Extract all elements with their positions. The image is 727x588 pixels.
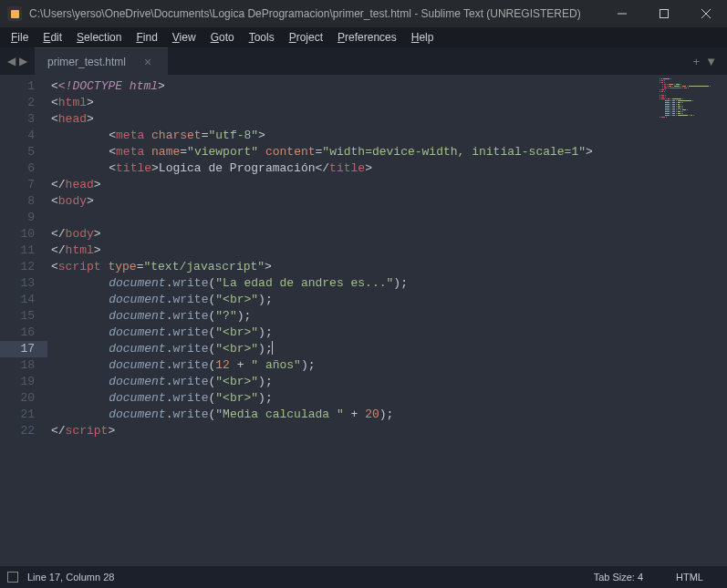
line-number[interactable]: 9 [0, 210, 47, 226]
code-line[interactable]: document.write("<br>"); [47, 374, 654, 390]
menu-edit[interactable]: Edit [36, 29, 69, 46]
cursor-position[interactable]: Line 17, Column 28 [27, 572, 114, 583]
line-number[interactable]: 15 [0, 308, 47, 325]
line-number[interactable]: 8 [0, 193, 47, 210]
line-number[interactable]: 17 [0, 341, 47, 357]
code-line[interactable]: <meta name="viewport" content="width=dev… [47, 144, 654, 160]
minimap-stroke [676, 104, 677, 105]
minimap-stroke [682, 109, 686, 110]
minimize-button[interactable] [601, 0, 643, 27]
minimap-stroke [682, 88, 683, 88]
minimap-stroke [663, 78, 670, 79]
minimap-stroke [659, 95, 660, 96]
window-title: C:\Users\yerso\OneDrive\Documents\Logica… [29, 7, 581, 20]
titlebar[interactable]: C:\Users\yerso\OneDrive\Documents\Logica… [0, 0, 727, 27]
line-number[interactable]: 20 [0, 390, 47, 407]
line-number[interactable]: 13 [0, 275, 47, 292]
line-number[interactable]: 11 [0, 242, 47, 259]
minimap-stroke [684, 88, 687, 88]
menu-find[interactable]: Find [129, 29, 164, 46]
minimap-stroke [659, 117, 660, 118]
panel-switch-icon[interactable] [7, 572, 18, 583]
menu-project[interactable]: Project [282, 29, 330, 46]
minimap-stroke [681, 106, 682, 107]
minimap-stroke [689, 115, 691, 116]
close-button[interactable] [685, 0, 727, 27]
code-line[interactable]: <meta charset="utf-8"> [47, 128, 654, 144]
tab-close-button[interactable]: × [144, 55, 151, 69]
menu-selection[interactable]: Selection [69, 29, 129, 46]
menu-view[interactable]: View [165, 29, 203, 46]
line-number[interactable]: 18 [0, 357, 47, 374]
code-line[interactable]: </script> [47, 423, 654, 439]
minimap-stroke [676, 113, 677, 114]
code-line[interactable]: document.write("Media calculada " + 20); [47, 407, 654, 423]
code-line[interactable]: document.write(12 + " años"); [47, 357, 654, 374]
code-line[interactable]: <html> [47, 95, 654, 111]
code-line[interactable]: document.write("?"); [47, 308, 654, 325]
code-line[interactable]: document.write("<br>"); [47, 390, 654, 407]
code-line[interactable]: <title>Logica de Programación</title> [47, 160, 654, 177]
minimap-stroke [680, 84, 681, 85]
minimap-stroke [667, 86, 668, 87]
line-number[interactable]: 3 [0, 111, 47, 128]
gutter[interactable]: 12345678910111213141516171819202122 [0, 75, 47, 566]
forward-button[interactable]: ▶ [17, 55, 29, 67]
minimap-stroke [669, 84, 672, 85]
line-number[interactable]: 4 [0, 128, 47, 144]
line-number[interactable]: 21 [0, 407, 47, 423]
minimap-stroke [665, 89, 666, 90]
code-line[interactable]: </html> [47, 242, 654, 259]
line-number[interactable]: 12 [0, 259, 47, 275]
menu-file[interactable]: File [4, 29, 36, 46]
minimap-stroke [661, 98, 665, 99]
line-number[interactable]: 10 [0, 226, 47, 242]
statusbar: Line 17, Column 28 Tab Size: 4 HTML [0, 566, 727, 588]
menu-tools[interactable]: Tools [242, 29, 282, 46]
minimap-stroke [678, 111, 681, 112]
line-number[interactable]: 6 [0, 160, 47, 177]
line-number[interactable]: 2 [0, 95, 47, 111]
minimap-stroke [665, 106, 670, 107]
minimap-stroke [678, 100, 691, 101]
maximize-button[interactable] [643, 0, 685, 27]
minimap-stroke [678, 104, 680, 105]
tab-primer-test[interactable]: primer_test.html × [35, 47, 168, 75]
line-number[interactable]: 14 [0, 292, 47, 308]
code-line[interactable]: <script type="text/javascript"> [47, 259, 654, 275]
code-line[interactable]: </body> [47, 226, 654, 242]
minimap[interactable] [654, 75, 727, 566]
code-line[interactable]: document.write("<br>"); [47, 325, 654, 341]
tab-size[interactable]: Tab Size: 4 [577, 572, 659, 583]
minimap-stroke [664, 86, 666, 87]
new-tab-button[interactable]: + [691, 55, 703, 68]
code-line[interactable]: <head> [47, 111, 654, 128]
code-line[interactable]: document.write("<br>"); [47, 292, 654, 308]
syntax-mode[interactable]: HTML [659, 572, 720, 583]
tabbar: ◀ ▶ primer_test.html × + ▼ [0, 47, 727, 75]
code-line[interactable]: <<!DOCTYPE html> [47, 78, 654, 95]
line-number[interactable]: 1 [0, 78, 47, 95]
minimap-stroke [692, 100, 693, 101]
code-line[interactable]: </head> [47, 177, 654, 193]
tab-menu-button[interactable]: ▼ [702, 55, 720, 68]
code-line[interactable]: document.write("<br>"); [47, 341, 654, 357]
line-number[interactable]: 19 [0, 374, 47, 390]
minimap-stroke [687, 86, 688, 87]
line-number[interactable]: 5 [0, 144, 47, 160]
minimap-stroke [665, 115, 670, 116]
minimap-stroke [666, 117, 667, 118]
line-number[interactable]: 16 [0, 325, 47, 341]
code-line[interactable]: <body> [47, 193, 654, 210]
code-line[interactable] [47, 210, 654, 226]
minimap-stroke [678, 115, 688, 116]
menu-goto[interactable]: Goto [203, 29, 242, 46]
minimap-stroke [670, 102, 671, 103]
line-number[interactable]: 22 [0, 423, 47, 439]
menu-help[interactable]: Help [404, 29, 441, 46]
line-number[interactable]: 7 [0, 177, 47, 193]
code-area[interactable]: <<!DOCTYPE html><html><head> <meta chars… [47, 75, 654, 566]
menu-preferences[interactable]: Preferences [330, 29, 404, 46]
code-line[interactable]: document.write("La edad de andres es..."… [47, 275, 654, 292]
back-button[interactable]: ◀ [5, 55, 17, 67]
